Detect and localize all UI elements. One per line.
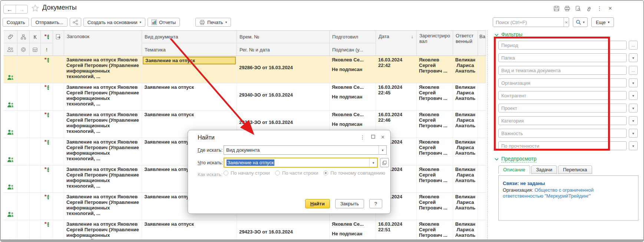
cell-importance[interactable]	[478, 220, 486, 240]
cell-importance[interactable]	[478, 165, 486, 193]
chevron-down-icon[interactable]: ▾	[369, 158, 377, 167]
panel-separator[interactable]	[487, 30, 488, 240]
search-input[interactable]	[493, 18, 564, 27]
tab-description[interactable]: Описание	[498, 165, 530, 174]
cell-doc-type[interactable]: Заявление на отпуск	[142, 220, 237, 240]
filter-field-button[interactable]: ▾	[629, 53, 638, 62]
cell-responsible[interactable]: Великан Лариса Анатоль	[453, 165, 478, 193]
filter-field-button[interactable]: …	[629, 66, 638, 75]
cell-responsible[interactable]: Великан Лариса Анатоль	[453, 220, 478, 240]
chevron-down-icon[interactable]: ▾	[379, 146, 386, 154]
cell-registered[interactable]: Яковлев Сергей Петрович ...	[417, 111, 453, 138]
cell-prepared[interactable]: Яковлев Се... Не подписан	[330, 220, 376, 240]
filter-input[interactable]: Период	[498, 41, 627, 50]
filter-input[interactable]: Вид и тематика документа	[498, 66, 627, 75]
cell-importance[interactable]	[478, 193, 486, 220]
filter-field-button[interactable]: ▾	[629, 78, 638, 87]
cell-date[interactable]: 16.03.2024 22:51	[376, 220, 417, 240]
filter-input[interactable]: Категория	[498, 116, 627, 125]
cell-prepared[interactable]: Яковлев Се... Не подписан	[330, 83, 376, 111]
search-clear-button[interactable]: ×	[564, 18, 569, 27]
filter-field-button[interactable]: ▾	[629, 91, 638, 100]
print-button[interactable]: Печать▾	[195, 18, 231, 27]
link-icon[interactable]	[585, 5, 592, 12]
cell-date[interactable]: 16.03.2024 22:45	[376, 83, 417, 111]
links-text[interactable]: Связи: не заданы	[503, 181, 634, 186]
cell-importance[interactable]	[478, 138, 486, 165]
where-field[interactable]: Вид документа ▾	[224, 145, 387, 155]
header-importance[interactable]: Ва	[478, 31, 486, 56]
close-icon[interactable]: ×	[607, 5, 614, 12]
header-col-attachment[interactable]	[4, 31, 17, 56]
radio-option[interactable]: По точному совпадению	[323, 170, 385, 176]
cell-registered[interactable]: Яковлев Сергей Петрович ...	[417, 220, 453, 240]
cell-prepared[interactable]: Яковлев Се... Не подписан	[330, 56, 376, 83]
radio-option[interactable]: По части строки	[275, 170, 318, 176]
cell-reg[interactable]: 29423-ЗО от 16.03.2024	[237, 220, 330, 240]
filter-field-button[interactable]: ▾	[629, 104, 638, 112]
cell-registered[interactable]: Яковлев Сергей Петрович ...	[417, 138, 453, 165]
cell-responsible[interactable]: Великан Лариса Анатоль	[453, 83, 478, 111]
filter-input[interactable]: Папка	[498, 53, 627, 62]
cell-registered[interactable]: Яковлев Сергей Петрович ...	[417, 83, 453, 111]
filter-field-button[interactable]: ▾	[629, 116, 638, 125]
more-actions-button[interactable]: Еще▾	[591, 17, 614, 27]
close-button[interactable]: Закрыть	[335, 199, 364, 208]
cell-title[interactable]: Заявление на отпуск Яковлев Сергей Петро…	[64, 165, 142, 193]
favorite-star-icon[interactable]	[31, 4, 39, 14]
cell-importance[interactable]	[478, 111, 486, 138]
header-col-process-state[interactable]: !	[41, 31, 53, 56]
cell-registered[interactable]: Яковлев Сергей Петрович ...	[417, 193, 453, 220]
find-button[interactable]: Найти	[305, 199, 330, 208]
send-button[interactable]: Отправить...	[31, 18, 67, 27]
cell-title[interactable]: Заявление на отпуск Яковлев Сергей Петро…	[64, 193, 142, 220]
share-button[interactable]	[70, 18, 81, 27]
create-based-on-button[interactable]: Создать на основании▾	[83, 18, 145, 27]
cell-date[interactable]: 16.03.2024 22:42	[376, 56, 417, 83]
search-button[interactable]: ▾	[573, 17, 588, 27]
cell-title[interactable]: Заявление на отпуск Яковлев Сергей Петро…	[64, 220, 142, 240]
filter-input[interactable]: Проект	[498, 104, 627, 112]
forward-button[interactable]: →	[16, 5, 27, 13]
filter-field-button[interactable]: ▾	[629, 129, 638, 138]
help-button[interactable]: ?	[369, 199, 382, 208]
table-row[interactable]: Заявление на отпуск Яковлев Сергей Петро…	[4, 83, 486, 111]
table-row[interactable]: Заявление на отпуск Яковлев Сергей Петро…	[4, 220, 486, 240]
cell-title[interactable]: Заявление на отпуск Яковлев Сергей Петро…	[64, 111, 142, 138]
cell-importance[interactable]	[478, 83, 486, 111]
header-title[interactable]: Заголовок	[64, 31, 142, 56]
cell-responsible[interactable]: Великан Лариса Анатоль	[453, 193, 478, 220]
filter-input[interactable]: Контрагент	[498, 91, 627, 100]
cell-doc-type[interactable]: Заявление на отпуск	[142, 56, 237, 83]
select-value-button[interactable]	[380, 158, 389, 167]
create-button[interactable]: Создать	[3, 18, 29, 27]
header-prepared[interactable]: Подготовил Подписан (у...	[330, 31, 376, 56]
cell-registered[interactable]: Яковлев Сергей Петрович ...	[417, 56, 453, 83]
header-numbers[interactable]: Врем. № Рег. № и дата	[237, 31, 330, 56]
cell-reg[interactable]: 29286-ЗО от 16.03.2024	[237, 56, 330, 83]
dialog-maximize-icon[interactable]	[371, 135, 375, 140]
more-icon[interactable]: ⋮	[596, 5, 603, 12]
header-responsible[interactable]: Ответственный	[453, 31, 478, 56]
filters-section-header[interactable]: Фильтры	[495, 31, 642, 38]
tab-tasks[interactable]: Задачи	[531, 165, 557, 174]
cell-responsible[interactable]: Великан Лариса Анатоль	[453, 111, 478, 138]
back-button[interactable]: ←	[4, 5, 16, 13]
dialog-close-icon[interactable]: ×	[381, 134, 384, 141]
dialog-more-icon[interactable]: ⋮	[360, 134, 365, 140]
cell-importance[interactable]	[478, 56, 486, 83]
header-col-hierarchy[interactable]	[17, 31, 30, 56]
cell-title[interactable]: Заявление на отпуск Яковлев Сергей Петро…	[64, 138, 142, 165]
cell-responsible[interactable]: Великан Лариса Анатоль	[453, 138, 478, 165]
header-col-control[interactable]: К	[30, 31, 41, 56]
header-date[interactable]: Дата ↓	[376, 31, 417, 56]
print-preview-icon[interactable]	[575, 5, 581, 12]
preview-section-header[interactable]: Предпросмотр	[495, 156, 642, 162]
header-col-forwarded[interactable]	[53, 31, 64, 56]
print-icon[interactable]	[564, 5, 571, 12]
cell-doc-type[interactable]: Заявление на отпуск	[142, 83, 237, 111]
filter-field-button[interactable]: ▾	[629, 141, 638, 150]
header-doc-type[interactable]: Вид документа Тематика	[142, 31, 237, 56]
reports-button[interactable]: Отчеты	[148, 18, 180, 27]
tab-correspondence[interactable]: Переписка	[558, 165, 592, 174]
